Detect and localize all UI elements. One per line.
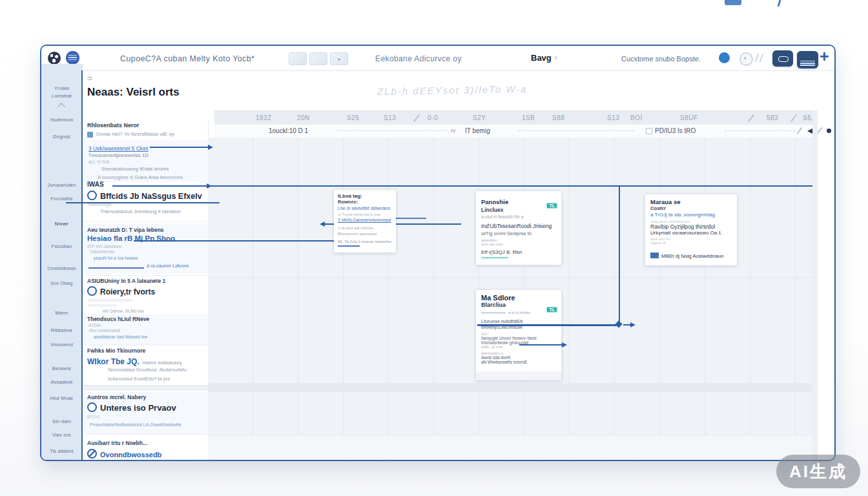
sidebar-item[interactable]: Focosdne bbox=[41, 196, 82, 202]
task-title-suffix: manni suitsausvy bbox=[142, 360, 181, 366]
text-lines-icon bbox=[800, 61, 815, 66]
timeline-dash-line bbox=[518, 130, 634, 131]
card-body: wiTlg onnnl Sestprse tn bbox=[481, 231, 556, 236]
sidebar-item[interactable]: Hudhnnoli bbox=[41, 117, 82, 123]
sidebar-item[interactable]: Avsadevk bbox=[41, 379, 82, 385]
timeline-card[interactable]: ILbva tag: Rownev: Lhe m iotvtvtifirt dd… bbox=[334, 190, 396, 253]
sidebar-item[interactable]: Htut Mvae bbox=[41, 395, 82, 401]
task-meta-link[interactable]: ansdtderar dad Absrwd trw bbox=[94, 335, 147, 339]
sidebar-item[interactable]: Ribbsbne bbox=[41, 327, 82, 333]
timeline-checkbox[interactable] bbox=[646, 128, 652, 134]
card-body: Iwrspgle Ununi fsvwvv dwst bbox=[481, 336, 556, 340]
dependency-arrow bbox=[562, 342, 567, 347]
toggle-on-icon[interactable] bbox=[719, 52, 730, 63]
timeline-tick: S8UF bbox=[680, 114, 698, 121]
timeline-tick: 0-0 bbox=[428, 114, 438, 121]
view-grid-button[interactable] bbox=[289, 52, 307, 65]
task-status-circle[interactable] bbox=[87, 191, 97, 200]
card-meta: U at wrvt adt rub/Gts, Bhswarrotrs wartu… bbox=[338, 225, 392, 237]
sidebar-item[interactable]: Yruaia bbox=[41, 85, 82, 91]
timeline-tick-band: 183Z 20N S25 S13 0-0 S2Y 1SB S88 S13 BOI… bbox=[214, 110, 812, 126]
task-meta-link[interactable]: d oLoaunnr Ldtvore bbox=[147, 263, 189, 269]
card-link[interactable]: Lhe m iotvtvtifirt ddlwrders bbox=[338, 206, 392, 211]
link-button[interactable] bbox=[772, 50, 793, 67]
card-link[interactable]: 3 /IAISLGaosverorsvonvowa bbox=[338, 218, 392, 222]
card-footer: MBEt dj Noig Aoslwddnaun bbox=[661, 253, 724, 259]
sidebar-item[interactable]: Lomstrat bbox=[41, 93, 82, 99]
task-title[interactable]: Unteres iso Prvaov bbox=[100, 403, 176, 413]
task-group-label: Aeu teuratzk D: T vipa lebens bbox=[87, 227, 164, 233]
sidebar-item[interactable]: Dognos bbox=[41, 134, 82, 140]
task-meta-line: A'tGIA ; bbox=[88, 323, 103, 327]
card-meta: a di ot bhdwr bbox=[481, 311, 556, 315]
task-meta-link[interactable]: Prrswrtsteterflsdfwstwlrsril LA.GwwbSesb… bbox=[90, 422, 181, 427]
card-meta: Awrst sda lsvrlrt bbox=[481, 355, 556, 360]
task-meta-line: Vssandlrenw: bbox=[90, 249, 115, 254]
toggle-off-icon[interactable] bbox=[739, 52, 753, 66]
view-list-button[interactable] bbox=[309, 52, 327, 65]
task-group-label: Fwhks Mio Tkiournore bbox=[87, 347, 145, 354]
timeline-range-label[interactable]: 1ouckl:10 D 1 bbox=[269, 127, 308, 134]
chevron-up-icon[interactable] bbox=[57, 103, 65, 110]
canvas-row-separator bbox=[208, 277, 812, 278]
scrollbar[interactable] bbox=[812, 110, 818, 460]
card-link[interactable]: a TrOJj ta sta ;voovngrnhiag bbox=[650, 212, 732, 218]
task-status-circle[interactable] bbox=[87, 286, 97, 296]
avatar-badge[interactable] bbox=[66, 51, 79, 65]
dependency-line bbox=[134, 240, 335, 242]
task-title[interactable]: Bffcids Jb NaSsgus Efxelv bbox=[100, 192, 202, 201]
sidebar-item-active[interactable]: Nivwr bbox=[41, 221, 82, 227]
card-body: Lfurunwl nubdfdtEti bbox=[481, 318, 556, 324]
menu-dropdown[interactable]: Bavg bbox=[531, 53, 552, 63]
sidebar-item[interactable]: Viev ore bbox=[41, 432, 82, 438]
sidebar-item[interactable]: Iico Obeg bbox=[41, 280, 82, 286]
task-title-link[interactable]: Ovonndbwossedb bbox=[100, 451, 161, 459]
app-logo-icon[interactable] bbox=[48, 52, 61, 65]
tick-slash bbox=[413, 114, 420, 122]
timeline-phase-label[interactable]: IT bemig bbox=[465, 127, 490, 134]
toolbar: CupoeC?A cuban Melty Koto Yocb* ⌄ Eekoba… bbox=[41, 46, 834, 71]
task-panel: Rhlosenbats Neror Oovas nicl? Yo fursrsB… bbox=[83, 120, 209, 460]
sidebar-item[interactable]: Fsicidtan bbox=[41, 243, 82, 249]
info-button[interactable] bbox=[797, 51, 818, 68]
panel-separator bbox=[83, 345, 208, 346]
task-meta-line: BFUVt bbox=[87, 415, 99, 419]
tag-badge: TL bbox=[546, 307, 557, 313]
timeline-card[interactable]: Panoshie Lincluex a-rout m ilesvotio Ntr… bbox=[476, 191, 561, 265]
sidebar-item[interactable]: Sin dam bbox=[41, 418, 82, 424]
sidebar-item[interactable]: Jurusartuten bbox=[41, 182, 82, 188]
card-meta: rvgswe ID bbox=[650, 241, 732, 245]
dependency-arrow bbox=[208, 145, 213, 150]
task-blocked-circle[interactable] bbox=[87, 449, 97, 459]
back-icon[interactable]: ⊃ bbox=[87, 74, 92, 83]
timeline-card[interactable]: Maraua se Costrr a TrOJj ta sta ;voovngr… bbox=[645, 194, 737, 265]
timeline-tick: 183Z bbox=[256, 114, 272, 121]
timeline-milestone-label[interactable]: PD/IU3 Is tRO bbox=[655, 127, 696, 134]
canvas-bottom-strip bbox=[208, 435, 812, 460]
task-status-circle[interactable] bbox=[87, 402, 97, 412]
sidebar-item[interactable]: Voouveroi bbox=[41, 342, 82, 347]
card-subtitle: Blarcliua bbox=[481, 302, 556, 308]
task-title[interactable]: Roiery,tr fvorts bbox=[100, 287, 155, 296]
task-link[interactable]: 3 Usk/waesssnet 5 Ckss bbox=[88, 145, 149, 152]
sidebar-item[interactable]: Tis atident bbox=[41, 448, 82, 454]
dependency-arrow bbox=[630, 322, 636, 327]
timeline-mid-mark: IV bbox=[451, 128, 456, 134]
timeline-card[interactable]: Ma Sdlore Blarcliua a di ot bhdwr TL Lfu… bbox=[476, 290, 561, 380]
sidebar-item[interactable]: Wenn bbox=[41, 310, 82, 316]
card-underline bbox=[338, 245, 360, 247]
page: CupoeC?A cuban Melty Koto Yocb* ⌄ Eekoba… bbox=[0, 0, 868, 496]
task-meta-link[interactable]: ysaoN fvt a loa Iwawa bbox=[94, 256, 138, 260]
sidebar-item[interactable]: Berawre bbox=[41, 366, 82, 371]
view-chart-button[interactable]: ⌄ bbox=[330, 52, 348, 65]
add-button[interactable]: + bbox=[820, 47, 829, 66]
sidebar-item[interactable]: Cmebidnean bbox=[41, 265, 82, 271]
color-chip bbox=[650, 253, 659, 258]
task-title-link[interactable]: WIkor Tbe JQ. bbox=[87, 357, 140, 366]
dependency-line bbox=[66, 202, 220, 203]
card-footer-strip bbox=[476, 371, 561, 380]
customized-reports-label[interactable]: Cucxtome snubo Bopste. bbox=[621, 55, 701, 63]
task-underline bbox=[88, 267, 144, 269]
page-title: Neaas: Veisrl orts bbox=[87, 86, 180, 99]
timeline-tick: S13 bbox=[384, 114, 396, 121]
